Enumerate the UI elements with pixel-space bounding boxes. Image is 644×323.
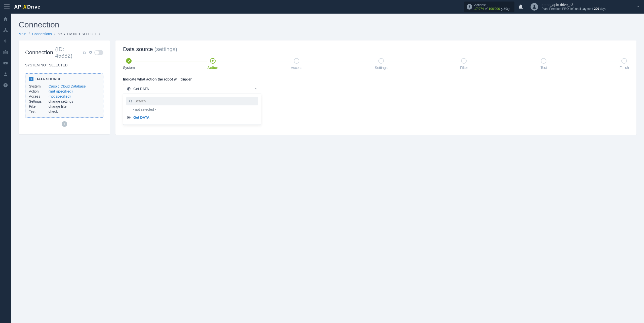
row-system-key: System <box>29 84 49 88</box>
option-get-data[interactable]: Get DATA <box>126 113 258 122</box>
step-finish[interactable]: Finish <box>620 58 629 70</box>
search-input-wrap <box>126 97 258 105</box>
svg-point-0 <box>534 5 535 7</box>
search-input[interactable] <box>135 99 256 103</box>
dropdown-value: Get DATA <box>133 87 149 91</box>
logo-text-1: API <box>14 4 23 10</box>
svg-text:?: ? <box>5 84 7 87</box>
avatar-icon[interactable] <box>531 3 538 11</box>
svg-point-6 <box>5 72 7 74</box>
connection-title: Connection <box>25 49 53 56</box>
instruction-label: Indicate what action the robot will trig… <box>123 77 629 81</box>
enable-toggle[interactable] <box>94 50 103 55</box>
svg-text:$: $ <box>4 39 7 43</box>
briefcase-icon[interactable] <box>3 49 8 55</box>
connection-id: (ID: 45382) <box>55 46 80 59</box>
dropdown-panel: - not selected - Get DATA <box>123 94 261 125</box>
sidebar: $ ? <box>0 14 11 141</box>
row-filter-val[interactable]: change filter <box>49 104 100 108</box>
menu-toggle-icon[interactable] <box>4 5 10 9</box>
user-icon[interactable] <box>3 71 8 77</box>
user-info[interactable]: demo_apix-drive_s3 Plan |Premium PRO| le… <box>542 3 606 11</box>
svg-rect-3 <box>6 31 8 32</box>
breadcrumb: Main / Connections / SYSTEM NOT SELECTED <box>19 32 636 36</box>
row-test-val[interactable]: check <box>49 109 100 113</box>
row-action-val[interactable]: (not specified) <box>49 89 100 93</box>
gear-icon[interactable] <box>88 51 92 55</box>
row-test-key: Test <box>29 109 49 113</box>
svg-rect-9 <box>84 52 86 54</box>
help-icon[interactable]: ? <box>3 83 8 88</box>
step-action[interactable]: Action <box>207 58 218 70</box>
row-action-key: Action <box>29 89 49 93</box>
breadcrumb-current: SYSTEM NOT SELECTED <box>58 32 100 36</box>
option-label: Get DATA <box>133 115 149 119</box>
row-settings-key: Settings <box>29 99 49 103</box>
connection-subhead: SYSTEM NOT SELECTED <box>25 63 103 70</box>
row-system-val[interactable]: Caspio Cloud Database <box>49 84 100 88</box>
logo-text-2: Drive <box>27 4 41 10</box>
breadcrumb-connections[interactable]: Connections <box>32 32 52 36</box>
chevron-up-icon <box>254 87 258 91</box>
row-settings-val[interactable]: change settings <box>49 99 100 103</box>
step-settings[interactable]: Settings <box>375 58 388 70</box>
user-plan: Plan |Premium PRO| left until payment 20… <box>542 7 606 11</box>
add-button[interactable]: + <box>62 121 67 127</box>
actions-label: Actions: <box>474 3 511 7</box>
play-circle-icon <box>127 87 131 91</box>
step-access[interactable]: Access <box>291 58 302 70</box>
video-icon[interactable] <box>3 60 8 66</box>
stepper: System Action Access Settings Filter Tes… <box>123 58 629 70</box>
panel-title: Data source (settings) <box>123 46 629 53</box>
play-circle-icon <box>127 115 131 119</box>
connections-icon[interactable] <box>3 27 8 33</box>
info-icon: i <box>467 4 472 10</box>
connection-panel: Connection (ID: 45382) SYSTEM NOT SELECT… <box>19 41 110 134</box>
logo[interactable]: API X Drive <box>14 4 41 10</box>
row-access-key: Access <box>29 94 49 98</box>
svg-point-12 <box>129 100 132 102</box>
main-panel: Data source (settings) System Action Acc… <box>115 41 636 135</box>
bell-icon[interactable] <box>518 4 523 9</box>
step-badge: 1 <box>29 77 33 81</box>
user-name: demo_apix-drive_s3 <box>542 3 606 7</box>
actions-value: 17'974 of 100'000 (18%) <box>474 7 511 11</box>
breadcrumb-main[interactable]: Main <box>19 32 26 36</box>
step-system[interactable]: System <box>123 58 135 70</box>
top-header: API X Drive i Actions: 17'974 of 100'000… <box>0 0 644 14</box>
copy-icon[interactable] <box>82 51 86 55</box>
data-source-title: DATA SOURCE <box>35 77 61 81</box>
row-access-val[interactable]: (not specified) <box>49 94 100 98</box>
home-icon[interactable] <box>3 16 8 22</box>
dollar-icon[interactable]: $ <box>3 38 8 44</box>
chevron-down-icon[interactable] <box>606 5 640 9</box>
step-test[interactable]: Test <box>541 58 547 70</box>
svg-rect-10 <box>83 51 85 53</box>
option-not-selected[interactable]: - not selected - <box>126 105 258 113</box>
svg-rect-1 <box>5 28 6 29</box>
svg-rect-2 <box>4 31 5 32</box>
row-filter-key: Filter <box>29 104 49 108</box>
page-title: Connection <box>19 20 636 29</box>
data-source-box: 1 DATA SOURCE System Caspio Cloud Databa… <box>25 73 103 118</box>
logo-text-x: X <box>23 4 27 10</box>
actions-counter[interactable]: i Actions: 17'974 of 100'000 (18%) <box>464 2 514 12</box>
step-filter[interactable]: Filter <box>460 58 468 70</box>
action-dropdown[interactable]: Get DATA <box>123 84 261 94</box>
search-icon <box>129 99 133 103</box>
main-content: Connection Main / Connections / SYSTEM N… <box>11 14 644 141</box>
